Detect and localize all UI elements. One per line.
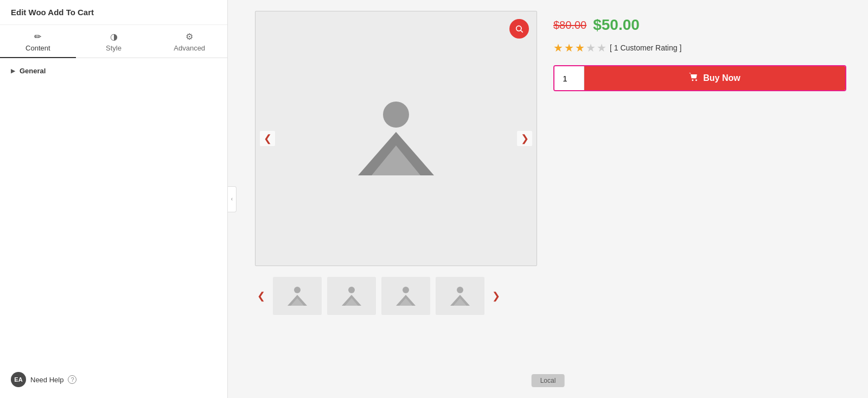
thumb-mountain-3 bbox=[396, 295, 416, 306]
main-image: ❮ ❯ bbox=[255, 11, 537, 266]
thumb-circle-3 bbox=[403, 287, 409, 293]
tab-style-label: Style bbox=[106, 44, 122, 52]
rating-text: [ 1 Customer Rating ] bbox=[610, 43, 681, 52]
svg-point-0 bbox=[516, 26, 521, 31]
tab-advanced[interactable]: ⚙ Advanced bbox=[151, 25, 227, 58]
star-5: ★ bbox=[597, 41, 607, 54]
thumbnail-2[interactable] bbox=[327, 277, 376, 315]
placeholder-mountain bbox=[358, 132, 434, 175]
cart-icon bbox=[689, 73, 699, 84]
canvas-area: ❮ ❯ ❮ bbox=[228, 0, 868, 398]
main-slider-next-button[interactable]: ❯ bbox=[517, 131, 532, 146]
need-help-label: Need Help bbox=[30, 376, 63, 384]
general-header[interactable]: ▶ General bbox=[11, 67, 216, 75]
thumb-circle-1 bbox=[294, 287, 301, 293]
tab-bar: ✏ Content ◑ Style ⚙ Advanced bbox=[0, 25, 227, 58]
thumbnail-3[interactable] bbox=[381, 277, 430, 315]
new-price: $50.00 bbox=[593, 16, 640, 34]
thumbnail-strip: ❮ bbox=[255, 273, 537, 319]
general-label: General bbox=[20, 67, 46, 75]
main-slider-prev-button[interactable]: ❮ bbox=[260, 131, 275, 146]
search-icon bbox=[515, 24, 524, 33]
thumb-mountain-1 bbox=[288, 295, 307, 306]
thumb-circle-4 bbox=[457, 287, 463, 293]
general-section: ▶ General bbox=[0, 58, 227, 84]
quantity-input[interactable] bbox=[554, 66, 584, 90]
thumb-mountain-2 bbox=[342, 295, 361, 306]
content-icon: ✏ bbox=[34, 31, 41, 42]
need-help-row: EA Need Help ? bbox=[0, 361, 227, 398]
advanced-icon: ⚙ bbox=[186, 31, 193, 42]
add-to-cart-row: Buy Now bbox=[553, 65, 846, 91]
thumb-circle-2 bbox=[348, 287, 355, 293]
product-info: $80.00 $50.00 ★ ★ ★ ★ ★ [ 1 Customer Rat… bbox=[553, 11, 846, 319]
thumbnail-4[interactable] bbox=[436, 277, 484, 315]
main-image-placeholder bbox=[358, 102, 434, 175]
star-1: ★ bbox=[553, 41, 563, 54]
thumbnail-next-button[interactable]: ❯ bbox=[490, 288, 502, 304]
buy-now-button[interactable]: Buy Now bbox=[584, 66, 845, 90]
thumb-mountain-4 bbox=[450, 295, 470, 306]
old-price: $80.00 bbox=[553, 19, 586, 31]
style-icon: ◑ bbox=[110, 31, 118, 42]
panel-title: Edit Woo Add To Cart bbox=[0, 0, 227, 25]
price-row: $80.00 $50.00 bbox=[553, 16, 846, 34]
collapse-handle[interactable]: ‹ bbox=[228, 186, 237, 212]
thumb-placeholder-2 bbox=[342, 287, 361, 306]
svg-line-1 bbox=[521, 30, 523, 33]
svg-point-3 bbox=[695, 79, 697, 81]
ea-badge: EA bbox=[11, 372, 26, 387]
star-2: ★ bbox=[564, 41, 574, 54]
thumbnail-prev-button[interactable]: ❮ bbox=[255, 288, 267, 304]
image-search-button[interactable] bbox=[509, 19, 529, 39]
left-panel: Edit Woo Add To Cart ✏ Content ◑ Style ⚙… bbox=[0, 0, 228, 398]
tab-advanced-label: Advanced bbox=[174, 44, 205, 52]
buy-now-label: Buy Now bbox=[703, 73, 740, 83]
star-3: ★ bbox=[575, 41, 585, 54]
thumb-placeholder-4 bbox=[450, 287, 470, 306]
svg-point-2 bbox=[692, 79, 694, 81]
tab-content-label: Content bbox=[25, 44, 50, 52]
star-4: ★ bbox=[586, 41, 596, 54]
cart-svg bbox=[689, 73, 699, 81]
help-question-icon[interactable]: ? bbox=[68, 375, 76, 384]
tab-content[interactable]: ✏ Content bbox=[0, 25, 76, 58]
star-rating: ★ ★ ★ ★ ★ bbox=[553, 41, 607, 54]
placeholder-circle bbox=[383, 102, 409, 128]
thumb-placeholder-1 bbox=[288, 287, 307, 306]
thumb-placeholder-3 bbox=[396, 287, 416, 306]
product-container: ❮ ❯ ❮ bbox=[255, 11, 846, 319]
general-arrow-icon: ▶ bbox=[11, 68, 15, 74]
image-slider: ❮ ❯ ❮ bbox=[255, 11, 537, 319]
rating-row: ★ ★ ★ ★ ★ [ 1 Customer Rating ] bbox=[553, 41, 846, 54]
thumbnail-1[interactable] bbox=[273, 277, 322, 315]
tab-style[interactable]: ◑ Style bbox=[76, 25, 152, 58]
local-badge: Local bbox=[532, 374, 565, 387]
